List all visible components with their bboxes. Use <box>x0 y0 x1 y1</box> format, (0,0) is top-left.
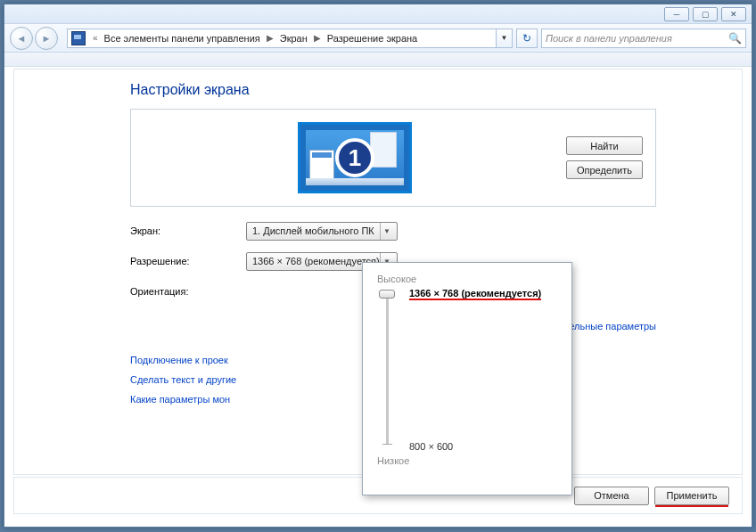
chevron-right-icon: ▶ <box>263 33 277 43</box>
resolution-slider-popup: Высокое 1366 × 768 (рекомендуется) 800 ×… <box>362 262 572 495</box>
slider-thumb[interactable] <box>379 290 395 299</box>
apply-button[interactable]: Применить <box>654 487 729 505</box>
find-button[interactable]: Найти <box>566 136 643 155</box>
search-placeholder: Поиск в панели управления <box>546 33 672 44</box>
resolution-slider[interactable] <box>379 290 397 450</box>
refresh-button[interactable]: ↻ <box>516 29 538 48</box>
maximize-button[interactable]: ▢ <box>693 7 718 21</box>
chevron-right-icon: ▶ <box>310 33 325 43</box>
minimize-button[interactable]: ─ <box>664 7 689 21</box>
search-icon[interactable]: 🔍 <box>728 32 742 45</box>
breadcrumb-level1[interactable]: Экран <box>277 33 310 44</box>
title-bar: ─ ▢ ✕ <box>4 4 752 24</box>
chevron-down-icon: ▼ <box>380 223 393 240</box>
close-button[interactable]: ✕ <box>721 7 746 21</box>
cancel-button[interactable]: Отмена <box>574 487 649 505</box>
display-preview-panel: 1 Найти Определить <box>130 109 656 207</box>
page-title: Настройки экрана <box>130 82 656 98</box>
nav-bar: ◄ ► « Все элементы панели управления ▶ Э… <box>4 24 752 53</box>
search-input[interactable]: Поиск в панели управления 🔍 <box>541 29 746 48</box>
forward-button[interactable]: ► <box>35 27 58 50</box>
display-combo[interactable]: 1. Дисплей мобильного ПК ▼ <box>246 222 398 241</box>
control-panel-icon <box>71 31 86 45</box>
back-button[interactable]: ◄ <box>10 27 33 50</box>
window-icon <box>370 132 397 168</box>
address-dropdown[interactable]: ▼ <box>496 29 512 47</box>
chevron-left-icon: « <box>89 33 102 43</box>
resolution-label: Разрешение: <box>130 256 246 266</box>
display-label: Экран: <box>130 225 246 236</box>
breadcrumb-root[interactable]: Все элементы панели управления <box>102 33 263 44</box>
toolbar-strip <box>4 53 752 67</box>
orientation-label: Ориентация: <box>130 286 246 297</box>
identify-button[interactable]: Определить <box>566 160 643 179</box>
address-bar[interactable]: « Все элементы панели управления ▶ Экран… <box>67 29 513 48</box>
resolution-combo-value: 1366 × 768 (рекомендуется) <box>252 256 380 266</box>
monitor-number: 1 <box>335 138 374 177</box>
slider-top-value[interactable]: 1366 × 768 (рекомендуется) <box>409 288 541 299</box>
slider-low-label: Низкое <box>377 455 557 466</box>
slider-high-label: Высокое <box>377 274 557 284</box>
display-combo-value: 1. Дисплей мобильного ПК <box>252 225 374 236</box>
monitor-thumbnail[interactable]: 1 <box>298 122 412 193</box>
breadcrumb-level2[interactable]: Разрешение экрана <box>325 33 420 44</box>
slider-bottom-value[interactable]: 800 × 600 <box>409 441 453 452</box>
